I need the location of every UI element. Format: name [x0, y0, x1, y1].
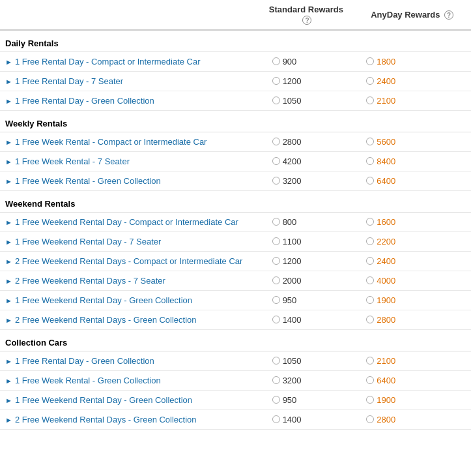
anyday-radio-icon[interactable]: [366, 396, 374, 404]
anyday-rewards-cell: 2400: [353, 251, 471, 271]
item-link[interactable]: 1 Free Rental Day - Green Collection: [15, 96, 154, 106]
item-link[interactable]: 1 Free Rental Day - Compact or Intermedi…: [15, 57, 201, 67]
item-link[interactable]: 1 Free Week Rental - Green Collection: [15, 376, 161, 385]
row-arrow-icon: ►: [5, 177, 12, 185]
anyday-radio-icon[interactable]: [366, 77, 374, 85]
anyday-rewards-cell: 1900: [353, 290, 471, 310]
standard-radio-icon[interactable]: [272, 415, 280, 423]
anyday-radio-icon[interactable]: [366, 316, 374, 323]
item-name-cell: ►2 Free Weekend Rental Days - Green Coll…: [0, 409, 259, 429]
anyday-value: 2400: [377, 76, 395, 86]
standard-radio-icon[interactable]: [272, 376, 280, 384]
item-name-cell: ►1 Free Rental Day - Green Collection: [0, 91, 259, 110]
item-link[interactable]: 2 Free Weekend Rental Days - 7 Seater: [15, 276, 165, 286]
standard-value: 1200: [283, 76, 302, 86]
item-link[interactable]: 1 Free Weekend Rental Day - 7 Seater: [15, 237, 162, 246]
item-link[interactable]: 2 Free Weekend Rental Days - Green Colle…: [15, 415, 197, 424]
anyday-radio-icon[interactable]: [366, 415, 374, 423]
item-name-cell: ►1 Free Weekend Rental Day - Compact or …: [0, 212, 259, 231]
standard-value: 1050: [283, 96, 302, 106]
item-link[interactable]: 2 Free Weekend Rental Days - Green Colle…: [15, 315, 197, 325]
standard-rewards-cell: 4200: [259, 151, 354, 171]
anyday-radio-icon[interactable]: [366, 237, 374, 245]
anyday-radio-icon[interactable]: [366, 357, 374, 364]
anyday-value: 5600: [377, 137, 395, 147]
anyday-radio-icon[interactable]: [366, 376, 374, 384]
section-header-weekend-rentals: Weekend Rentals: [0, 190, 471, 212]
item-link[interactable]: 2 Free Weekend Rental Days - Compact or …: [15, 256, 242, 266]
standard-radio-icon[interactable]: [272, 77, 280, 85]
anyday-radio-icon[interactable]: [366, 257, 374, 265]
item-link[interactable]: 1 Free Rental Day - Green Collection: [15, 356, 154, 366]
anyday-radio-icon[interactable]: [366, 97, 374, 104]
row-arrow-icon: ►: [5, 238, 12, 246]
anyday-radio-icon[interactable]: [366, 138, 374, 145]
standard-radio-icon[interactable]: [272, 97, 280, 104]
anyday-value: 4000: [377, 276, 395, 286]
row-arrow-icon: ►: [5, 316, 12, 324]
standard-value: 2000: [283, 276, 302, 286]
anyday-radio-icon[interactable]: [366, 177, 374, 185]
item-link[interactable]: 1 Free Week Rental - 7 Seater: [15, 156, 130, 166]
table-row: ►1 Free Week Rental - Green Collection32…: [0, 171, 471, 190]
item-name-cell: ►1 Free Weekend Rental Day - Green Colle…: [0, 390, 259, 409]
item-link[interactable]: 1 Free Weekend Rental Day - Green Collec…: [15, 295, 192, 305]
anyday-value: 1600: [377, 217, 395, 227]
standard-radio-icon[interactable]: [272, 357, 280, 364]
standard-radio-icon[interactable]: [272, 218, 280, 226]
anyday-rewards-cell: 2800: [353, 310, 471, 329]
standard-rewards-cell: 950: [259, 290, 354, 310]
standard-radio-icon[interactable]: [272, 138, 280, 145]
table-row: ►1 Free Week Rental - Compact or Interme…: [0, 132, 471, 151]
standard-radio-icon[interactable]: [272, 396, 280, 404]
anyday-rewards-label: AnyDay Rewards: [371, 10, 440, 20]
item-name-cell: ►1 Free Week Rental - 7 Seater: [0, 151, 259, 171]
row-arrow-icon: ►: [5, 277, 12, 285]
anyday-radio-icon[interactable]: [366, 276, 374, 284]
table-row: ►1 Free Rental Day - Compact or Intermed…: [0, 52, 471, 71]
item-name-cell: ►1 Free Week Rental - Green Collection: [0, 171, 259, 190]
standard-value: 1050: [283, 356, 302, 366]
item-link[interactable]: 1 Free Weekend Rental Day - Green Collec…: [15, 395, 192, 405]
anyday-rewards-cell: 4000: [353, 271, 471, 290]
row-arrow-icon: ►: [5, 218, 12, 226]
standard-radio-icon[interactable]: [272, 296, 280, 304]
standard-radio-icon[interactable]: [272, 57, 280, 65]
standard-radio-icon[interactable]: [272, 276, 280, 284]
standard-rewards-label: Standard Rewards: [269, 5, 343, 14]
table-row: ►1 Free Weekend Rental Day - Compact or …: [0, 212, 471, 231]
standard-rewards-cell: 2800: [259, 132, 354, 151]
anyday-value: 1900: [377, 295, 395, 305]
standard-rewards-cell: 3200: [259, 370, 354, 390]
anyday-radio-icon[interactable]: [366, 157, 374, 165]
standard-rewards-help-icon[interactable]: ?: [302, 16, 311, 25]
anyday-rewards-cell: 2800: [353, 409, 471, 429]
col-header-standard: Standard Rewards ?: [259, 0, 354, 30]
anyday-radio-icon[interactable]: [366, 218, 374, 226]
standard-radio-icon[interactable]: [272, 237, 280, 245]
standard-rewards-cell: 800: [259, 212, 354, 231]
item-name-cell: ►1 Free Rental Day - Green Collection: [0, 351, 259, 370]
standard-value: 950: [283, 295, 297, 305]
item-link[interactable]: 1 Free Weekend Rental Day - Compact or I…: [15, 217, 238, 227]
item-name-cell: ►2 Free Weekend Rental Days - 7 Seater: [0, 271, 259, 290]
anyday-value: 8400: [377, 156, 395, 166]
standard-rewards-cell: 950: [259, 390, 354, 409]
anyday-value: 2400: [377, 256, 395, 266]
item-link[interactable]: 1 Free Week Rental - Compact or Intermed…: [15, 137, 207, 147]
anyday-radio-icon[interactable]: [366, 296, 374, 304]
anyday-rewards-help-icon[interactable]: ?: [444, 10, 453, 20]
item-link[interactable]: 1 Free Week Rental - Green Collection: [15, 176, 161, 186]
standard-radio-icon[interactable]: [272, 157, 280, 165]
anyday-rewards-cell: 2200: [353, 231, 471, 251]
table-row: ►1 Free Week Rental - 7 Seater42008400: [0, 151, 471, 171]
anyday-value: 6400: [377, 176, 395, 186]
standard-radio-icon[interactable]: [272, 177, 280, 185]
standard-radio-icon[interactable]: [272, 257, 280, 265]
item-link[interactable]: 1 Free Rental Day - 7 Seater: [15, 76, 123, 86]
row-arrow-icon: ►: [5, 78, 12, 85]
section-header-weekly-rentals: Weekly Rentals: [0, 110, 471, 132]
standard-rewards-cell: 1050: [259, 351, 354, 370]
standard-radio-icon[interactable]: [272, 316, 280, 323]
anyday-radio-icon[interactable]: [366, 57, 374, 65]
